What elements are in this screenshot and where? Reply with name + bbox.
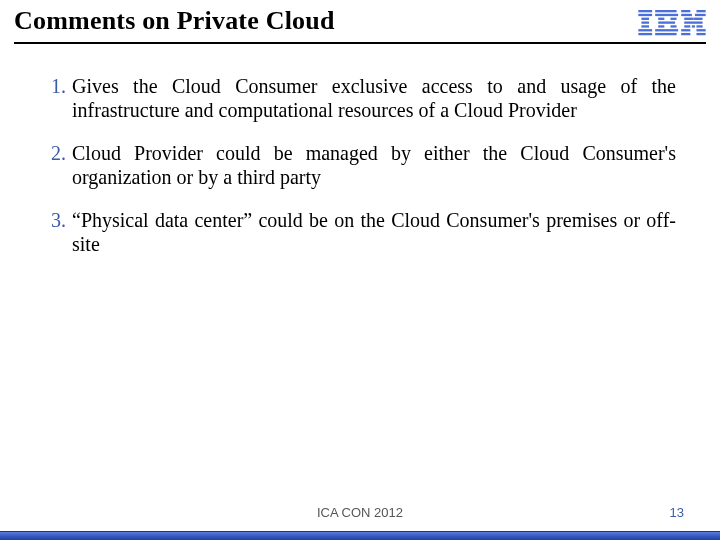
- list-item: 2 Cloud Provider could be managed by eit…: [44, 141, 676, 190]
- svg-rect-5: [638, 29, 652, 31]
- bottom-accent-bar: [0, 531, 720, 540]
- list-text: Cloud Provider could be managed by eithe…: [72, 141, 676, 190]
- svg-rect-6: [638, 33, 652, 35]
- svg-rect-3: [641, 21, 649, 23]
- header: Comments on Private Cloud: [0, 0, 720, 40]
- svg-rect-14: [655, 29, 678, 31]
- ibm-logo-icon: [638, 10, 706, 36]
- svg-rect-12: [658, 25, 664, 27]
- svg-rect-24: [692, 25, 695, 27]
- content-list: 1 Gives the Cloud Consumer exclusive acc…: [0, 44, 720, 256]
- svg-rect-18: [681, 14, 692, 16]
- svg-rect-2: [641, 18, 649, 20]
- svg-rect-1: [638, 14, 652, 16]
- svg-rect-29: [696, 33, 705, 35]
- svg-rect-20: [684, 18, 693, 20]
- svg-rect-11: [658, 21, 675, 23]
- list-number: 1: [44, 74, 66, 98]
- svg-rect-13: [670, 25, 676, 27]
- svg-rect-8: [655, 14, 678, 16]
- list-text: Gives the Cloud Consumer exclusive acces…: [72, 74, 676, 123]
- footer-text: ICA CON 2012: [317, 505, 403, 520]
- svg-rect-16: [681, 10, 690, 12]
- svg-rect-7: [655, 10, 676, 12]
- svg-rect-27: [696, 29, 705, 31]
- svg-rect-19: [695, 14, 706, 16]
- list-text: “Physical data center” could be on the C…: [72, 208, 676, 257]
- slide: Comments on Private Cloud: [0, 0, 720, 540]
- list-item: 1 Gives the Cloud Consumer exclusive acc…: [44, 74, 676, 123]
- svg-rect-21: [693, 18, 702, 20]
- svg-rect-4: [641, 25, 649, 27]
- footer: ICA CON 2012 13: [0, 500, 720, 528]
- svg-rect-22: [684, 21, 702, 23]
- ibm-logo-svg: [638, 10, 706, 36]
- svg-rect-25: [696, 25, 702, 27]
- svg-rect-23: [684, 25, 690, 27]
- slide-title: Comments on Private Cloud: [14, 6, 706, 36]
- list-item: 3 “Physical data center” could be on the…: [44, 208, 676, 257]
- svg-rect-9: [658, 18, 664, 20]
- svg-rect-28: [681, 33, 690, 35]
- svg-rect-15: [655, 33, 676, 35]
- list-number: 3: [44, 208, 66, 232]
- list-number: 2: [44, 141, 66, 165]
- svg-rect-17: [696, 10, 705, 12]
- page-number: 13: [670, 505, 684, 520]
- svg-rect-0: [638, 10, 652, 12]
- svg-rect-26: [681, 29, 690, 31]
- svg-rect-10: [670, 18, 676, 20]
